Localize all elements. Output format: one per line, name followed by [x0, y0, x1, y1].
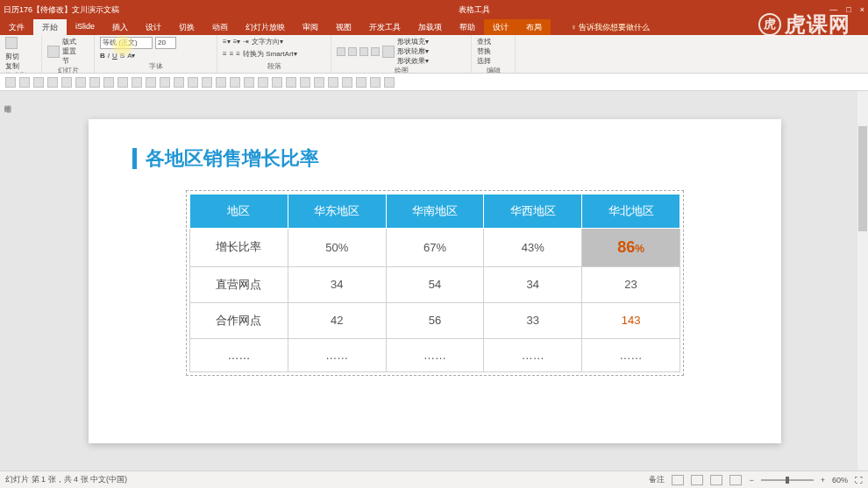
- qat-icon-5[interactable]: [75, 77, 86, 88]
- table-cell[interactable]: 34: [288, 266, 386, 302]
- tab-视图[interactable]: 视图: [327, 19, 360, 35]
- zoom-in-button[interactable]: +: [821, 476, 825, 484]
- qat-icon-15[interactable]: [216, 77, 226, 88]
- table-row[interactable]: …………………………: [190, 338, 680, 371]
- qat-icon-7[interactable]: [103, 77, 114, 88]
- table-header[interactable]: 华西地区: [484, 194, 582, 228]
- indent-button[interactable]: ⇥: [243, 38, 249, 46]
- qat-icon-20[interactable]: [286, 77, 296, 88]
- font-family-select[interactable]: 等线 (正文): [100, 37, 153, 49]
- shape-line-icon[interactable]: [359, 47, 368, 56]
- qat-icon-11[interactable]: [160, 77, 170, 88]
- table-cell[interactable]: 86%: [582, 228, 680, 266]
- align-center-button[interactable]: ≡: [230, 50, 234, 58]
- table-cell[interactable]: 56: [386, 302, 484, 338]
- slide-title[interactable]: 各地区销售增长比率: [132, 145, 737, 172]
- smartart-button[interactable]: 转换为 SmartArt▾: [243, 49, 297, 59]
- shape-oval-icon[interactable]: [348, 47, 357, 56]
- shape-effects-button[interactable]: 形状效果▾: [397, 56, 429, 66]
- table-cell[interactable]: 23: [582, 266, 680, 302]
- tab-布局[interactable]: 布局: [517, 19, 551, 35]
- row-label[interactable]: 合作网点: [190, 302, 288, 338]
- strikethrough-button[interactable]: S: [120, 52, 125, 60]
- table-cell[interactable]: 50%: [288, 228, 386, 266]
- scrollbar-thumb[interactable]: [858, 126, 867, 231]
- qat-icon-17[interactable]: [244, 77, 254, 88]
- shape-arrow-icon[interactable]: [371, 47, 380, 56]
- tab-切换[interactable]: 切换: [170, 19, 203, 35]
- table-cell[interactable]: 67%: [386, 228, 484, 266]
- zoom-level[interactable]: 60%: [832, 476, 848, 484]
- table-cell[interactable]: ……: [582, 338, 680, 371]
- tab-加载项[interactable]: 加载项: [409, 19, 451, 35]
- qat-icon-21[interactable]: [300, 77, 310, 88]
- table-header[interactable]: 地区: [190, 194, 288, 228]
- qat-icon-9[interactable]: [132, 77, 142, 88]
- row-label[interactable]: 增长比率: [190, 228, 288, 266]
- zoom-slider[interactable]: [761, 479, 814, 481]
- shape-outline-button[interactable]: 形状轮廓▾: [397, 46, 429, 56]
- qat-icon-27[interactable]: [384, 77, 395, 88]
- reading-view-button[interactable]: [710, 475, 722, 485]
- qat-icon-25[interactable]: [356, 77, 366, 88]
- shape-fill-button[interactable]: 形状填充▾: [397, 37, 429, 46]
- notes-button[interactable]: 备注: [649, 474, 665, 485]
- tab-审阅[interactable]: 审阅: [294, 19, 327, 35]
- font-color-button[interactable]: A▾: [127, 52, 135, 60]
- table-cell[interactable]: 143: [582, 302, 680, 338]
- qat-icon-6[interactable]: [89, 77, 100, 88]
- font-size-select[interactable]: 20: [155, 37, 176, 49]
- slide-thumbnail-panel-collapsed[interactable]: 缩略图: [0, 91, 12, 470]
- table-cell[interactable]: ……: [386, 338, 484, 371]
- align-left-button[interactable]: ≡: [223, 50, 227, 58]
- sorter-view-button[interactable]: [691, 475, 703, 485]
- qat-icon-4[interactable]: [61, 77, 72, 88]
- paste-icon[interactable]: [5, 37, 18, 49]
- tab-插入[interactable]: 插入: [103, 19, 137, 35]
- select-button[interactable]: 选择: [477, 56, 509, 66]
- bold-button[interactable]: B: [100, 52, 105, 60]
- table-header[interactable]: 华北地区: [582, 194, 680, 228]
- normal-view-button[interactable]: [672, 475, 684, 485]
- qat-icon-0[interactable]: [5, 77, 16, 88]
- table-row[interactable]: 合作网点425633143: [190, 302, 680, 338]
- tab-iSlide[interactable]: iSlide: [67, 19, 103, 35]
- bullets-button[interactable]: ≡▾: [223, 38, 231, 46]
- table-cell[interactable]: 54: [386, 266, 484, 302]
- italic-button[interactable]: I: [108, 52, 110, 60]
- data-table[interactable]: 地区华东地区华南地区华西地区华北地区增长比率50%67%43%86%直营网点34…: [189, 194, 680, 372]
- qat-icon-16[interactable]: [230, 77, 240, 88]
- arrange-button[interactable]: [382, 46, 395, 58]
- cut-button[interactable]: 剪切: [5, 52, 26, 61]
- text-direction-button[interactable]: 文字方向▾: [252, 37, 283, 46]
- tab-幻灯片放映[interactable]: 幻灯片放映: [237, 19, 294, 35]
- table-row[interactable]: 增长比率50%67%43%86%: [190, 228, 680, 266]
- fit-to-window-button[interactable]: ⛶: [855, 476, 863, 484]
- replace-button[interactable]: 替换: [477, 46, 509, 56]
- qat-icon-23[interactable]: [328, 77, 338, 88]
- table-cell[interactable]: 42: [288, 302, 386, 338]
- tab-设计[interactable]: 设计: [137, 19, 170, 35]
- qat-icon-10[interactable]: [146, 77, 156, 88]
- table-header[interactable]: 华南地区: [386, 194, 484, 228]
- tab-文件[interactable]: 文件: [0, 19, 33, 35]
- table-cell[interactable]: 33: [484, 302, 582, 338]
- vertical-scrollbar[interactable]: [857, 91, 868, 470]
- tell-me-search[interactable]: ♀ 告诉我你想要做什么: [568, 19, 652, 35]
- copy-button[interactable]: 复制: [5, 61, 26, 71]
- find-button[interactable]: 查找: [477, 37, 509, 46]
- underline-button[interactable]: U: [112, 52, 117, 60]
- tab-开始[interactable]: 开始: [33, 19, 67, 35]
- qat-icon-8[interactable]: [117, 77, 128, 88]
- table-row[interactable]: 直营网点34543423: [190, 266, 680, 302]
- table-header[interactable]: 华东地区: [288, 194, 386, 228]
- slideshow-view-button[interactable]: [729, 475, 742, 485]
- qat-icon-14[interactable]: [202, 77, 212, 88]
- zoom-out-button[interactable]: −: [749, 476, 753, 484]
- table-cell[interactable]: ……: [484, 338, 582, 371]
- table-cell[interactable]: 34: [484, 266, 582, 302]
- qat-icon-12[interactable]: [174, 77, 184, 88]
- slide-canvas-area[interactable]: 各地区销售增长比率 地区华东地区华南地区华西地区华北地区增长比率50%67%43…: [12, 91, 857, 470]
- tab-动画[interactable]: 动画: [203, 19, 237, 35]
- new-slide-icon[interactable]: [47, 46, 60, 58]
